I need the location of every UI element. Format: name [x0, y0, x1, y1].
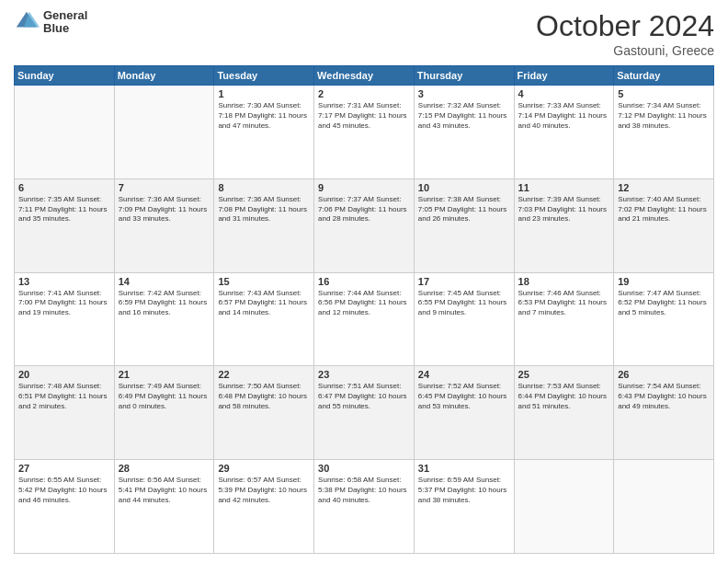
table-row: 26Sunrise: 7:54 AM Sunset: 6:43 PM Dayli…: [614, 366, 714, 460]
day-info: Sunrise: 7:48 AM Sunset: 6:51 PM Dayligh…: [18, 382, 110, 411]
day-number: 10: [418, 182, 510, 193]
day-info: Sunrise: 7:39 AM Sunset: 7:03 PM Dayligh…: [518, 195, 610, 224]
day-info: Sunrise: 7:50 AM Sunset: 6:48 PM Dayligh…: [218, 382, 310, 411]
day-number: 1: [218, 88, 310, 99]
calendar-week-row: 20Sunrise: 7:48 AM Sunset: 6:51 PM Dayli…: [15, 366, 714, 460]
day-info: Sunrise: 7:35 AM Sunset: 7:11 PM Dayligh…: [18, 195, 110, 224]
table-row: 11Sunrise: 7:39 AM Sunset: 7:03 PM Dayli…: [514, 178, 614, 272]
day-number: 14: [119, 276, 210, 287]
day-info: Sunrise: 7:45 AM Sunset: 6:55 PM Dayligh…: [418, 289, 510, 318]
day-number: 3: [418, 88, 510, 99]
table-row: 20Sunrise: 7:48 AM Sunset: 6:51 PM Dayli…: [15, 366, 115, 460]
table-row: 2Sunrise: 7:31 AM Sunset: 7:17 PM Daylig…: [314, 86, 415, 179]
table-row: [15, 86, 115, 179]
day-info: Sunrise: 7:36 AM Sunset: 7:08 PM Dayligh…: [218, 195, 310, 224]
day-info: Sunrise: 7:30 AM Sunset: 7:18 PM Dayligh…: [218, 101, 310, 131]
day-info: Sunrise: 6:59 AM Sunset: 5:37 PM Dayligh…: [418, 476, 510, 505]
table-row: 29Sunrise: 6:57 AM Sunset: 5:39 PM Dayli…: [214, 460, 314, 554]
day-info: Sunrise: 7:46 AM Sunset: 6:53 PM Dayligh…: [518, 289, 610, 318]
table-row: 9Sunrise: 7:37 AM Sunset: 7:06 PM Daylig…: [314, 178, 415, 272]
day-number: 23: [318, 369, 410, 380]
logo-icon: [14, 9, 40, 35]
day-info: Sunrise: 7:49 AM Sunset: 6:49 PM Dayligh…: [119, 382, 210, 411]
table-row: 15Sunrise: 7:43 AM Sunset: 6:57 PM Dayli…: [214, 272, 314, 366]
day-number: 16: [318, 276, 410, 287]
day-number: 25: [518, 369, 610, 380]
logo-line2: Blue: [43, 22, 87, 35]
day-info: Sunrise: 7:31 AM Sunset: 7:17 PM Dayligh…: [318, 101, 410, 131]
table-row: 5Sunrise: 7:34 AM Sunset: 7:12 PM Daylig…: [614, 86, 714, 179]
calendar-week-row: 6Sunrise: 7:35 AM Sunset: 7:11 PM Daylig…: [15, 178, 714, 272]
day-info: Sunrise: 7:53 AM Sunset: 6:44 PM Dayligh…: [518, 382, 610, 411]
day-number: 20: [18, 369, 110, 380]
day-number: 11: [518, 182, 610, 193]
month-title: October 2024: [536, 9, 714, 43]
day-number: 8: [218, 182, 310, 193]
title-block: October 2024 Gastouni, Greece: [536, 9, 714, 58]
table-row: 10Sunrise: 7:38 AM Sunset: 7:05 PM Dayli…: [414, 178, 514, 272]
day-info: Sunrise: 7:51 AM Sunset: 6:47 PM Dayligh…: [318, 382, 410, 411]
col-sunday: Sunday: [15, 66, 115, 86]
location: Gastouni, Greece: [536, 43, 714, 58]
calendar-week-row: 27Sunrise: 6:55 AM Sunset: 5:42 PM Dayli…: [15, 460, 714, 554]
day-info: Sunrise: 7:36 AM Sunset: 7:09 PM Dayligh…: [119, 195, 210, 224]
day-info: Sunrise: 7:42 AM Sunset: 6:59 PM Dayligh…: [119, 289, 210, 318]
day-info: Sunrise: 7:54 AM Sunset: 6:43 PM Dayligh…: [618, 382, 710, 411]
day-number: 27: [18, 463, 110, 474]
day-number: 21: [119, 369, 210, 380]
col-tuesday: Tuesday: [214, 66, 314, 86]
day-number: 28: [119, 463, 210, 474]
col-saturday: Saturday: [614, 66, 714, 86]
day-number: 9: [318, 182, 410, 193]
table-row: [514, 460, 614, 554]
day-number: 24: [418, 369, 510, 380]
logo-text: General Blue: [43, 9, 87, 36]
day-number: 2: [318, 88, 410, 99]
table-row: 30Sunrise: 6:58 AM Sunset: 5:38 PM Dayli…: [314, 460, 415, 554]
table-row: 1Sunrise: 7:30 AM Sunset: 7:18 PM Daylig…: [214, 86, 314, 179]
table-row: 23Sunrise: 7:51 AM Sunset: 6:47 PM Dayli…: [314, 366, 415, 460]
table-row: 3Sunrise: 7:32 AM Sunset: 7:15 PM Daylig…: [414, 86, 514, 179]
day-number: 26: [618, 369, 710, 380]
table-row: 12Sunrise: 7:40 AM Sunset: 7:02 PM Dayli…: [614, 178, 714, 272]
table-row: 8Sunrise: 7:36 AM Sunset: 7:08 PM Daylig…: [214, 178, 314, 272]
table-row: 14Sunrise: 7:42 AM Sunset: 6:59 PM Dayli…: [114, 272, 214, 366]
day-number: 29: [218, 463, 310, 474]
table-row: 19Sunrise: 7:47 AM Sunset: 6:52 PM Dayli…: [614, 272, 714, 366]
calendar-table: Sunday Monday Tuesday Wednesday Thursday…: [14, 65, 714, 554]
day-number: 6: [18, 182, 110, 193]
calendar-header-row: Sunday Monday Tuesday Wednesday Thursday…: [15, 66, 714, 86]
day-number: 30: [318, 463, 410, 474]
logo: General Blue: [14, 9, 87, 36]
day-number: 5: [618, 88, 710, 99]
table-row: 7Sunrise: 7:36 AM Sunset: 7:09 PM Daylig…: [114, 178, 214, 272]
day-info: Sunrise: 7:47 AM Sunset: 6:52 PM Dayligh…: [618, 289, 710, 318]
day-info: Sunrise: 6:55 AM Sunset: 5:42 PM Dayligh…: [18, 476, 110, 505]
day-info: Sunrise: 7:34 AM Sunset: 7:12 PM Dayligh…: [618, 101, 710, 131]
table-row: 22Sunrise: 7:50 AM Sunset: 6:48 PM Dayli…: [214, 366, 314, 460]
day-info: Sunrise: 7:32 AM Sunset: 7:15 PM Dayligh…: [418, 101, 510, 131]
table-row: 28Sunrise: 6:56 AM Sunset: 5:41 PM Dayli…: [114, 460, 214, 554]
table-row: 6Sunrise: 7:35 AM Sunset: 7:11 PM Daylig…: [15, 178, 115, 272]
table-row: 21Sunrise: 7:49 AM Sunset: 6:49 PM Dayli…: [114, 366, 214, 460]
col-thursday: Thursday: [414, 66, 514, 86]
day-info: Sunrise: 6:57 AM Sunset: 5:39 PM Dayligh…: [218, 476, 310, 505]
day-number: 22: [218, 369, 310, 380]
page: General Blue October 2024 Gastouni, Gree…: [0, 0, 728, 563]
table-row: 24Sunrise: 7:52 AM Sunset: 6:45 PM Dayli…: [414, 366, 514, 460]
table-row: [114, 86, 214, 179]
day-info: Sunrise: 7:43 AM Sunset: 6:57 PM Dayligh…: [218, 289, 310, 318]
day-info: Sunrise: 7:33 AM Sunset: 7:14 PM Dayligh…: [518, 101, 610, 131]
day-number: 17: [418, 276, 510, 287]
table-row: 31Sunrise: 6:59 AM Sunset: 5:37 PM Dayli…: [414, 460, 514, 554]
day-number: 15: [218, 276, 310, 287]
day-info: Sunrise: 7:44 AM Sunset: 6:56 PM Dayligh…: [318, 289, 410, 318]
col-monday: Monday: [114, 66, 214, 86]
header: General Blue October 2024 Gastouni, Gree…: [14, 9, 714, 58]
day-number: 4: [518, 88, 610, 99]
day-info: Sunrise: 6:58 AM Sunset: 5:38 PM Dayligh…: [318, 476, 410, 505]
calendar-week-row: 1Sunrise: 7:30 AM Sunset: 7:18 PM Daylig…: [15, 86, 714, 179]
day-info: Sunrise: 7:41 AM Sunset: 7:00 PM Dayligh…: [18, 289, 110, 318]
col-wednesday: Wednesday: [314, 66, 415, 86]
col-friday: Friday: [514, 66, 614, 86]
